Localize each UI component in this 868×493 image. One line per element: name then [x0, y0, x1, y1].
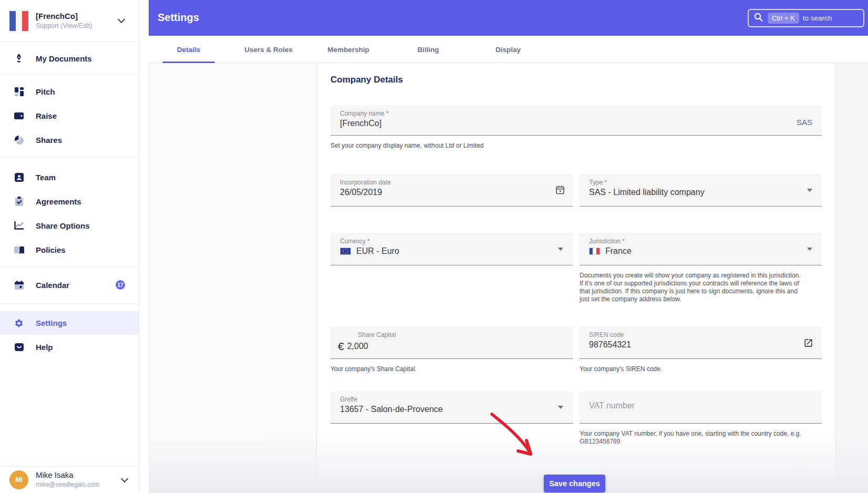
chevron-down-icon[interactable]: [121, 475, 128, 482]
eu-flag-icon: [340, 248, 351, 255]
sidebar-item-label: Shares: [36, 136, 62, 145]
jurisdiction-select[interactable]: Jurisdiction * France: [580, 233, 822, 265]
sidebar-item-help[interactable]: Help: [0, 335, 139, 359]
sidebar-item-settings[interactable]: Settings: [0, 311, 139, 335]
chevron-down-icon: [558, 406, 563, 409]
company-name-helper: Set your company display name, without L…: [330, 142, 822, 150]
pitch-blocks-icon: [14, 87, 24, 96]
nav-group-documents: My Documents: [0, 42, 139, 75]
app-header: Settings Ctrl + K to search: [149, 0, 868, 36]
tab-details[interactable]: Details: [149, 36, 229, 63]
section-heading: Company Details: [330, 75, 822, 85]
gear-icon: [14, 319, 24, 328]
sidebar-item-calendar[interactable]: Calendar 17: [0, 273, 139, 297]
avatar: MI: [9, 470, 28, 489]
nav-group-product: Pitch Raise Shares: [0, 75, 139, 157]
search-icon: [754, 13, 763, 24]
open-book-icon: [14, 246, 24, 254]
company-name-field[interactable]: Company name * [FrenchCo] SAS: [330, 105, 822, 136]
left-subnav-panel: [149, 63, 317, 493]
content: Company Details Company name * [FrenchCo…: [149, 63, 868, 493]
euro-prefix: €: [338, 340, 344, 353]
app-root: [FrenchCo] Support (View/Edit) My Docume…: [0, 0, 868, 493]
line-chart-icon: [14, 221, 24, 230]
sidebar-item-label: Raise: [36, 111, 57, 120]
sidebar-item-raise[interactable]: Raise: [0, 104, 139, 128]
user-menu[interactable]: MI Mike Isaka mike@seedlegals.com: [0, 466, 139, 493]
sidebar-item-shares[interactable]: Shares: [0, 128, 139, 152]
sidebar-item-agreements[interactable]: Agreements: [0, 189, 139, 213]
tab-users-roles[interactable]: Users & Roles: [229, 36, 308, 63]
pen-nib-icon: [14, 54, 24, 63]
greffe-select[interactable]: Greffe 13657 - Salon-de-Provence: [330, 391, 573, 424]
company-role: Support (View/Edit): [36, 22, 92, 29]
sidebar-item-label: Settings: [36, 319, 67, 327]
sidebar-item-label: Agreements: [36, 197, 81, 206]
sidebar-item-share-options[interactable]: Share Options: [0, 213, 139, 238]
type-select[interactable]: Type * SAS - Limited liability company: [580, 174, 822, 207]
user-email: mike@seedlegals.com: [36, 481, 99, 488]
tab-membership[interactable]: Membership: [308, 36, 388, 63]
vat-placeholder: VAT number: [589, 396, 812, 410]
save-button[interactable]: Save changes: [544, 475, 605, 492]
open-in-new-icon[interactable]: [803, 338, 813, 350]
tab-bar: Details Users & Roles Membership Billing…: [149, 36, 868, 63]
share-capital-field[interactable]: Share Capital € 2,000: [330, 326, 573, 359]
calendar-count-badge: 17: [116, 280, 125, 290]
sidebar-item-label: Policies: [36, 245, 66, 254]
search-input[interactable]: Ctrl + K to search: [748, 9, 864, 27]
tab-billing[interactable]: Billing: [388, 36, 468, 63]
jurisdiction-helper: Documents you create will show your comp…: [580, 272, 805, 303]
person-icon: [14, 173, 24, 182]
chevron-down-icon: [807, 248, 812, 251]
currency-select[interactable]: Currency * EUR - Euro: [330, 233, 573, 265]
company-type-suffix: SAS: [797, 118, 812, 127]
vat-helper: Your company VAT number, if you have one…: [580, 430, 805, 446]
nav-group-settings: Settings Help: [0, 304, 139, 363]
help-chat-icon: [14, 343, 24, 351]
chevron-down-icon: [807, 189, 812, 192]
form-card: Company Details Company name * [FrenchCo…: [317, 63, 835, 493]
sidebar-item-label: Share Options: [36, 221, 90, 230]
right-gutter: [835, 63, 868, 493]
france-flag-icon: [9, 11, 28, 31]
search-hint: to search: [803, 14, 832, 22]
pie-chart-icon: [14, 136, 24, 145]
page-title: Settings: [158, 12, 199, 24]
siren-helper: Your company's SIREN code.: [580, 365, 822, 373]
sidebar-item-team[interactable]: Team: [0, 165, 139, 189]
chevron-down-icon: [558, 248, 563, 251]
chevron-down-icon[interactable]: [118, 16, 125, 23]
nav-group-company: Team Agreements Share Options Policies: [0, 157, 139, 266]
calendar-picker-icon[interactable]: [556, 186, 564, 197]
search-shortcut: Ctrl + K: [768, 13, 799, 24]
sidebar: [FrenchCo] Support (View/Edit) My Docume…: [0, 0, 139, 493]
user-name: Mike Isaka: [36, 470, 74, 479]
sidebar-item-label: Team: [36, 173, 56, 182]
sidebar-item-label: Pitch: [36, 87, 55, 96]
tab-display[interactable]: Display: [468, 36, 548, 63]
sidebar-item-my-documents[interactable]: My Documents: [0, 46, 139, 70]
nav-group-calendar: Calendar 17: [0, 266, 139, 304]
siren-code-field[interactable]: SIREN code 987654321: [580, 326, 822, 359]
sidebar-item-label: My Documents: [36, 54, 92, 63]
incorporation-date-field[interactable]: Incorporation date 26/05/2019: [330, 174, 573, 207]
main-area: Settings Ctrl + K to search Details User…: [149, 0, 868, 493]
sidebar-item-label: Help: [36, 343, 53, 352]
company-switcher[interactable]: [FrenchCo] Support (View/Edit): [0, 0, 139, 42]
sidebar-item-policies[interactable]: Policies: [0, 238, 139, 262]
share-capital-helper: Your company's Share Capital.: [330, 365, 573, 373]
clipboard-check-icon: [14, 197, 24, 206]
sidebar-item-label: Calendar: [36, 281, 69, 290]
vat-number-field[interactable]: VAT number: [580, 391, 822, 424]
wallet-icon: [14, 112, 24, 120]
france-flag-icon: [589, 248, 600, 255]
calendar-icon: [14, 281, 24, 290]
company-name: [FrenchCo]: [36, 12, 78, 20]
sidebar-item-pitch[interactable]: Pitch: [0, 79, 139, 104]
